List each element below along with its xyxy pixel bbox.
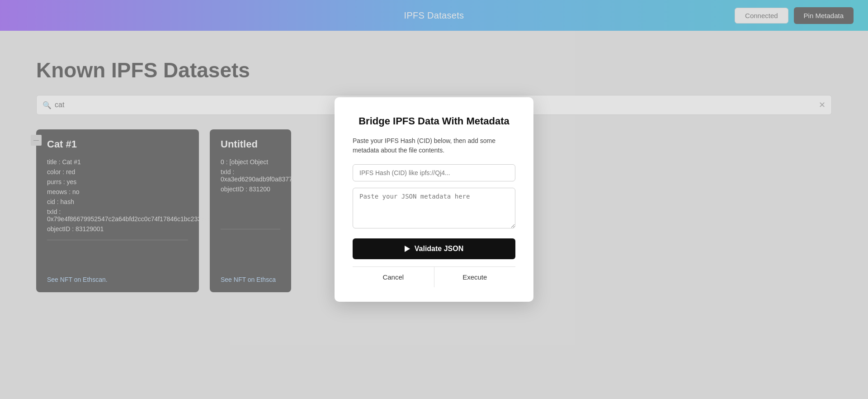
cid-input[interactable] bbox=[353, 164, 515, 181]
execute-button[interactable]: Execute bbox=[434, 267, 516, 287]
modal-footer: Cancel Execute bbox=[353, 266, 515, 287]
play-icon bbox=[405, 246, 410, 252]
json-metadata-input[interactable] bbox=[353, 188, 515, 228]
modal-dialog: Bridge IPFS Data With Metadata Paste you… bbox=[335, 97, 533, 302]
modal-overlay: Bridge IPFS Data With Metadata Paste you… bbox=[0, 0, 868, 399]
validate-label: Validate JSON bbox=[415, 245, 464, 253]
cancel-button[interactable]: Cancel bbox=[353, 267, 434, 287]
modal-title: Bridge IPFS Data With Metadata bbox=[353, 115, 515, 127]
validate-json-button[interactable]: Validate JSON bbox=[353, 238, 515, 259]
modal-description: Paste your IPFS Hash (CID) below, then a… bbox=[353, 136, 515, 155]
